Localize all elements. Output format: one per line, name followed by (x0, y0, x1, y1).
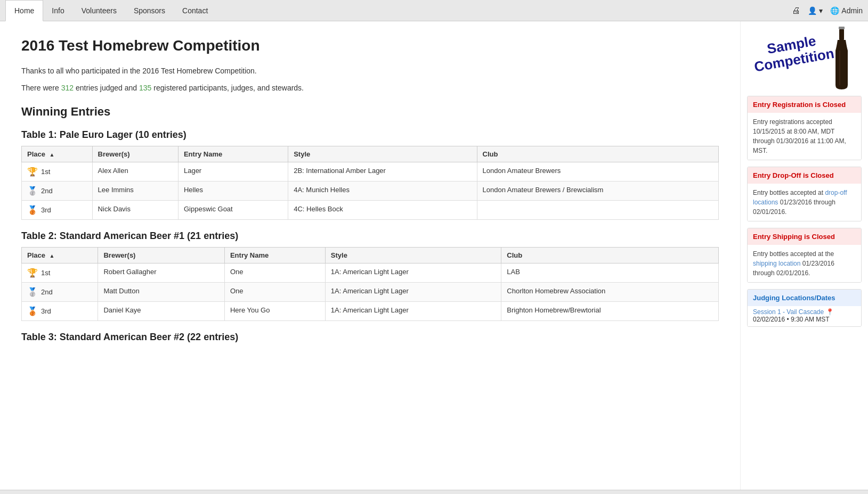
nav-item-info[interactable]: Info (43, 0, 72, 21)
nav-item-contact[interactable]: Contact (174, 0, 216, 21)
place-cell: 🥈2nd (22, 282, 98, 301)
table-row: 🏆1st Robert Gallagher One 1A: American L… (22, 263, 719, 282)
shipping-location-link[interactable]: shipping location (753, 260, 800, 267)
judging-locations-card: Judging Locations/Dates Session 1 - Vail… (747, 289, 862, 327)
style-cell: 1A: American Light Lager (325, 282, 501, 301)
trophy-silver-icon: 🥈 (27, 186, 38, 196)
brewer-cell: Nick Davis (92, 200, 178, 219)
table1-title: Table 1: Pale Euro Lager (10 entries) (21, 129, 719, 141)
club-cell (477, 200, 718, 219)
brewer-cell: Lee Immins (92, 181, 178, 200)
brewer-cell: Matt Dutton (98, 282, 224, 301)
place-cell: 🥈2nd (22, 181, 93, 200)
nav-right: 🖨 👤 ▾ 🌐 Admin (792, 0, 863, 21)
col-style-2: Style (325, 247, 501, 263)
entry-registration-header: Entry Registration is Closed (748, 96, 861, 113)
navbar: Home Info Volunteers Sponsors Contact 🖨 … (0, 0, 868, 21)
place-cell: 🏆1st (22, 162, 93, 181)
entry-cell: One (224, 282, 325, 301)
sidebar-logo: Sample Competition (747, 27, 862, 96)
place-cell: 🥉3rd (22, 200, 93, 219)
table-row: 🏆1st Alex Allen Lager 2B: International … (22, 162, 719, 181)
table3-title: Table 3: Standard American Beer #2 (22 e… (21, 332, 719, 343)
table-row: 🥈2nd Matt Dutton One 1A: American Light … (22, 282, 719, 301)
beer-bottle-icon (832, 27, 851, 90)
trophy-bronze-icon: 🥉 (27, 306, 38, 316)
table-row: 🥉3rd Nick Davis Gippeswic Goat 4C: Helle… (22, 200, 719, 219)
nav-item-home[interactable]: Home (5, 0, 43, 21)
place-cell: 🏆1st (22, 263, 98, 282)
nav-item-volunteers[interactable]: Volunteers (73, 0, 125, 21)
style-cell: 1A: American Light Lager (325, 263, 501, 282)
trophy-gold-icon: 🏆 (27, 268, 38, 278)
style-cell: 2B: International Amber Lager (288, 162, 477, 181)
entry-cell: Here You Go (224, 301, 325, 320)
entry-cell: Lager (178, 162, 288, 181)
col-brewer-2: Brewer(s) (98, 247, 224, 263)
brewer-cell: Daniel Kaye (98, 301, 224, 320)
user-dropdown-arrow: ▾ (819, 6, 823, 15)
judging-session: Session 1 - Vail Cascade 📍 02/02/2016 • … (748, 306, 861, 326)
svg-rect-1 (839, 29, 844, 40)
nav-left: Home Info Volunteers Sponsors Contact (5, 0, 216, 21)
col-brewer-1: Brewer(s) (92, 146, 178, 162)
results-table-1: Place ▲ Brewer(s) Entry Name Style Club … (21, 146, 719, 220)
user-icon: 👤 (808, 6, 817, 15)
main-content: 2016 Test Homebrew Competition Thanks to… (0, 21, 740, 490)
entries-count: 312 (61, 84, 74, 92)
col-place-1[interactable]: Place ▲ (22, 146, 93, 162)
club-cell: London Amateur Brewers (477, 162, 718, 181)
winning-entries-title: Winning Entries (21, 105, 719, 119)
svg-rect-0 (839, 27, 845, 29)
sort-arrow-2: ▲ (50, 253, 55, 259)
col-entry-2: Entry Name (224, 247, 325, 263)
club-cell: LAB (501, 263, 719, 282)
col-club-2: Club (501, 247, 719, 263)
admin-link[interactable]: 🌐 Admin (830, 6, 863, 15)
col-club-1: Club (477, 146, 718, 162)
entry-registration-body: Entry registrations accepted 10/15/2015 … (748, 113, 861, 160)
page-title: 2016 Test Homebrew Competition (21, 37, 719, 54)
entry-dropoff-card: Entry Drop-Off is Closed Entry bottles a… (747, 167, 862, 221)
club-cell: Chorlton Homebrew Association (501, 282, 719, 301)
intro-paragraph-2: There were 312 entries judged and 135 re… (21, 82, 719, 94)
judging-locations-header: Judging Locations/Dates (748, 290, 861, 306)
sort-arrow-1: ▲ (50, 152, 55, 158)
style-cell: 4C: Helles Bock (288, 200, 477, 219)
col-entry-1: Entry Name (178, 146, 288, 162)
footer: 2016 Test Homebrew Competition – BCOE&M … (0, 490, 868, 494)
sample-competition-text: Sample Competition (750, 30, 835, 75)
user-button[interactable]: 👤 ▾ (808, 6, 823, 15)
entry-shipping-header: Entry Shipping is Closed (748, 228, 861, 245)
globe-icon: 🌐 (830, 6, 839, 15)
club-cell: London Amateur Brewers / Brewcialism (477, 181, 718, 200)
style-cell: 1A: American Light Lager (325, 301, 501, 320)
entry-cell: One (224, 263, 325, 282)
club-cell: Brighton Homebrew/Brewtorial (501, 301, 719, 320)
print-icon[interactable]: 🖨 (792, 6, 800, 15)
entry-registration-card: Entry Registration is Closed Entry regis… (747, 96, 862, 160)
intro-paragraph-1: Thanks to all who participated in the 20… (21, 65, 719, 77)
participants-count: 135 (139, 84, 151, 92)
brewer-cell: Alex Allen (92, 162, 178, 181)
page-wrapper: 2016 Test Homebrew Competition Thanks to… (0, 21, 868, 490)
trophy-gold-icon: 🏆 (27, 167, 38, 177)
entry-shipping-card: Entry Shipping is Closed Entry bottles a… (747, 228, 862, 283)
nav-item-sponsors[interactable]: Sponsors (125, 0, 174, 21)
results-table-2: Place ▲ Brewer(s) Entry Name Style Club … (21, 247, 719, 321)
col-style-1: Style (288, 146, 477, 162)
entry-cell: Gippeswic Goat (178, 200, 288, 219)
brewer-cell: Robert Gallagher (98, 263, 224, 282)
session-link[interactable]: Session 1 - Vail Cascade 📍 (753, 308, 834, 316)
entry-shipping-body: Entry bottles accepted at the shipping l… (748, 245, 861, 282)
table-row: 🥈2nd Lee Immins Helles 4A: Munich Helles… (22, 181, 719, 200)
admin-label: Admin (841, 6, 863, 15)
col-place-2[interactable]: Place ▲ (22, 247, 98, 263)
entry-dropoff-header: Entry Drop-Off is Closed (748, 167, 861, 184)
trophy-silver-icon: 🥈 (27, 287, 38, 297)
table2-title: Table 2: Standard American Beer #1 (21 e… (21, 230, 719, 242)
sidebar: Sample Competition Entry Registration is… (740, 21, 868, 490)
table-row: 🥉3rd Daniel Kaye Here You Go 1A: America… (22, 301, 719, 320)
style-cell: 4A: Munich Helles (288, 181, 477, 200)
entry-dropoff-body: Entry bottles accepted at drop-off locat… (748, 184, 861, 221)
